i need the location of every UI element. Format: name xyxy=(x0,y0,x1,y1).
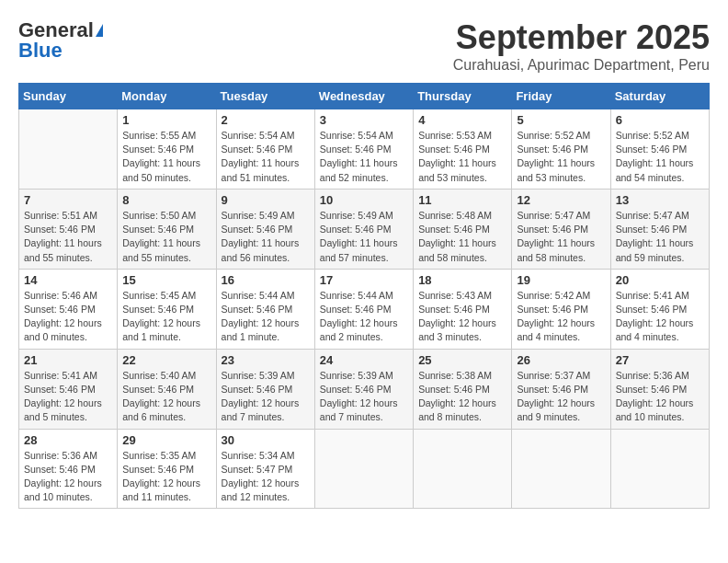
day-number: 12 xyxy=(517,193,605,207)
day-number: 4 xyxy=(418,113,506,127)
day-info: Sunrise: 5:44 AMSunset: 5:46 PMDaylight:… xyxy=(320,289,408,345)
day-info: Sunrise: 5:41 AMSunset: 5:46 PMDaylight:… xyxy=(24,369,112,425)
calendar-cell: 16Sunrise: 5:44 AMSunset: 5:46 PMDayligh… xyxy=(216,269,314,349)
day-info: Sunrise: 5:52 AMSunset: 5:46 PMDaylight:… xyxy=(616,129,704,185)
day-info: Sunrise: 5:37 AMSunset: 5:46 PMDaylight:… xyxy=(517,369,605,425)
calendar-cell: 14Sunrise: 5:46 AMSunset: 5:46 PMDayligh… xyxy=(19,269,118,349)
day-info: Sunrise: 5:38 AMSunset: 5:46 PMDaylight:… xyxy=(418,369,506,425)
calendar-cell: 9Sunrise: 5:49 AMSunset: 5:46 PMDaylight… xyxy=(216,189,314,269)
day-info: Sunrise: 5:41 AMSunset: 5:46 PMDaylight:… xyxy=(616,289,704,345)
calendar-cell: 17Sunrise: 5:44 AMSunset: 5:46 PMDayligh… xyxy=(314,269,413,349)
day-number: 1 xyxy=(122,113,210,127)
month-title: September 2025 xyxy=(453,18,710,57)
calendar-cell: 22Sunrise: 5:40 AMSunset: 5:46 PMDayligh… xyxy=(118,349,216,429)
day-info: Sunrise: 5:50 AMSunset: 5:46 PMDaylight:… xyxy=(122,209,210,265)
day-info: Sunrise: 5:46 AMSunset: 5:46 PMDaylight:… xyxy=(24,289,112,345)
day-info: Sunrise: 5:34 AMSunset: 5:47 PMDaylight:… xyxy=(222,449,310,505)
calendar-cell: 4Sunrise: 5:53 AMSunset: 5:46 PMDaylight… xyxy=(414,109,512,190)
day-info: Sunrise: 5:55 AMSunset: 5:46 PMDaylight:… xyxy=(122,129,210,185)
calendar-cell: 13Sunrise: 5:47 AMSunset: 5:46 PMDayligh… xyxy=(610,189,709,269)
header-cell-friday: Friday xyxy=(512,84,610,109)
calendar-cell xyxy=(314,429,413,509)
calendar-cell: 8Sunrise: 5:50 AMSunset: 5:46 PMDaylight… xyxy=(118,189,216,269)
day-number: 15 xyxy=(122,273,210,287)
day-info: Sunrise: 5:47 AMSunset: 5:46 PMDaylight:… xyxy=(517,209,605,265)
day-number: 18 xyxy=(418,273,506,287)
day-info: Sunrise: 5:54 AMSunset: 5:46 PMDaylight:… xyxy=(222,129,310,185)
day-info: Sunrise: 5:43 AMSunset: 5:46 PMDaylight:… xyxy=(418,289,506,345)
day-number: 3 xyxy=(320,113,408,127)
day-number: 2 xyxy=(222,113,310,127)
day-info: Sunrise: 5:40 AMSunset: 5:46 PMDaylight:… xyxy=(122,369,210,425)
calendar-cell: 18Sunrise: 5:43 AMSunset: 5:46 PMDayligh… xyxy=(414,269,512,349)
day-info: Sunrise: 5:53 AMSunset: 5:46 PMDaylight:… xyxy=(418,129,506,185)
day-number: 5 xyxy=(517,113,605,127)
day-number: 9 xyxy=(222,193,310,207)
day-info: Sunrise: 5:49 AMSunset: 5:46 PMDaylight:… xyxy=(320,209,408,265)
day-number: 24 xyxy=(320,353,408,367)
day-number: 26 xyxy=(517,353,605,367)
calendar-cell xyxy=(19,109,118,190)
calendar-cell: 3Sunrise: 5:54 AMSunset: 5:46 PMDaylight… xyxy=(314,109,413,190)
day-info: Sunrise: 5:45 AMSunset: 5:46 PMDaylight:… xyxy=(122,289,210,345)
calendar-body: 1Sunrise: 5:55 AMSunset: 5:46 PMDaylight… xyxy=(19,109,710,509)
day-info: Sunrise: 5:51 AMSunset: 5:46 PMDaylight:… xyxy=(24,209,112,265)
day-info: Sunrise: 5:48 AMSunset: 5:46 PMDaylight:… xyxy=(418,209,506,265)
day-number: 27 xyxy=(616,353,704,367)
day-info: Sunrise: 5:47 AMSunset: 5:46 PMDaylight:… xyxy=(616,209,704,265)
calendar-cell: 10Sunrise: 5:49 AMSunset: 5:46 PMDayligh… xyxy=(314,189,413,269)
day-number: 29 xyxy=(122,433,210,447)
calendar-cell: 15Sunrise: 5:45 AMSunset: 5:46 PMDayligh… xyxy=(118,269,216,349)
day-number: 19 xyxy=(517,273,605,287)
day-info: Sunrise: 5:44 AMSunset: 5:46 PMDaylight:… xyxy=(222,289,310,345)
header-cell-wednesday: Wednesday xyxy=(314,84,413,109)
calendar-cell: 2Sunrise: 5:54 AMSunset: 5:46 PMDaylight… xyxy=(216,109,314,190)
day-info: Sunrise: 5:52 AMSunset: 5:46 PMDaylight:… xyxy=(517,129,605,185)
calendar-cell: 12Sunrise: 5:47 AMSunset: 5:46 PMDayligh… xyxy=(512,189,610,269)
calendar-cell: 20Sunrise: 5:41 AMSunset: 5:46 PMDayligh… xyxy=(610,269,709,349)
header-cell-monday: Monday xyxy=(118,84,216,109)
page-header: General Blue September 2025 Curahuasi, A… xyxy=(18,18,710,74)
week-row-1: 1Sunrise: 5:55 AMSunset: 5:46 PMDaylight… xyxy=(19,109,710,190)
week-row-5: 28Sunrise: 5:36 AMSunset: 5:46 PMDayligh… xyxy=(19,429,710,509)
header-cell-thursday: Thursday xyxy=(414,84,512,109)
week-row-2: 7Sunrise: 5:51 AMSunset: 5:46 PMDaylight… xyxy=(19,189,710,269)
day-number: 17 xyxy=(320,273,408,287)
day-number: 30 xyxy=(222,433,310,447)
day-number: 10 xyxy=(320,193,408,207)
logo-triangle-icon xyxy=(96,24,103,37)
day-number: 28 xyxy=(24,433,112,447)
day-info: Sunrise: 5:39 AMSunset: 5:46 PMDaylight:… xyxy=(320,369,408,425)
day-info: Sunrise: 5:42 AMSunset: 5:46 PMDaylight:… xyxy=(517,289,605,345)
calendar-cell: 24Sunrise: 5:39 AMSunset: 5:46 PMDayligh… xyxy=(314,349,413,429)
header-cell-saturday: Saturday xyxy=(610,84,709,109)
calendar-cell: 5Sunrise: 5:52 AMSunset: 5:46 PMDaylight… xyxy=(512,109,610,190)
calendar-cell: 7Sunrise: 5:51 AMSunset: 5:46 PMDaylight… xyxy=(19,189,118,269)
calendar-cell xyxy=(414,429,512,509)
calendar-cell: 26Sunrise: 5:37 AMSunset: 5:46 PMDayligh… xyxy=(512,349,610,429)
day-number: 20 xyxy=(616,273,704,287)
week-row-3: 14Sunrise: 5:46 AMSunset: 5:46 PMDayligh… xyxy=(19,269,710,349)
logo-blue: Blue xyxy=(18,39,63,63)
header-cell-sunday: Sunday xyxy=(19,84,118,109)
day-info: Sunrise: 5:35 AMSunset: 5:46 PMDaylight:… xyxy=(122,449,210,505)
calendar-cell xyxy=(512,429,610,509)
calendar-cell: 27Sunrise: 5:36 AMSunset: 5:46 PMDayligh… xyxy=(610,349,709,429)
day-number: 25 xyxy=(418,353,506,367)
calendar-cell xyxy=(610,429,709,509)
calendar-cell: 19Sunrise: 5:42 AMSunset: 5:46 PMDayligh… xyxy=(512,269,610,349)
day-info: Sunrise: 5:36 AMSunset: 5:46 PMDaylight:… xyxy=(616,369,704,425)
header-cell-tuesday: Tuesday xyxy=(216,84,314,109)
day-number: 13 xyxy=(616,193,704,207)
calendar-cell: 29Sunrise: 5:35 AMSunset: 5:46 PMDayligh… xyxy=(118,429,216,509)
day-number: 7 xyxy=(24,193,112,207)
day-number: 6 xyxy=(616,113,704,127)
logo: General Blue xyxy=(18,18,103,63)
calendar-cell: 11Sunrise: 5:48 AMSunset: 5:46 PMDayligh… xyxy=(414,189,512,269)
day-info: Sunrise: 5:54 AMSunset: 5:46 PMDaylight:… xyxy=(320,129,408,185)
title-area: September 2025 Curahuasi, Apurimac Depar… xyxy=(453,18,710,74)
day-info: Sunrise: 5:36 AMSunset: 5:46 PMDaylight:… xyxy=(24,449,112,505)
day-number: 22 xyxy=(122,353,210,367)
calendar-cell: 23Sunrise: 5:39 AMSunset: 5:46 PMDayligh… xyxy=(216,349,314,429)
calendar-cell: 30Sunrise: 5:34 AMSunset: 5:47 PMDayligh… xyxy=(216,429,314,509)
